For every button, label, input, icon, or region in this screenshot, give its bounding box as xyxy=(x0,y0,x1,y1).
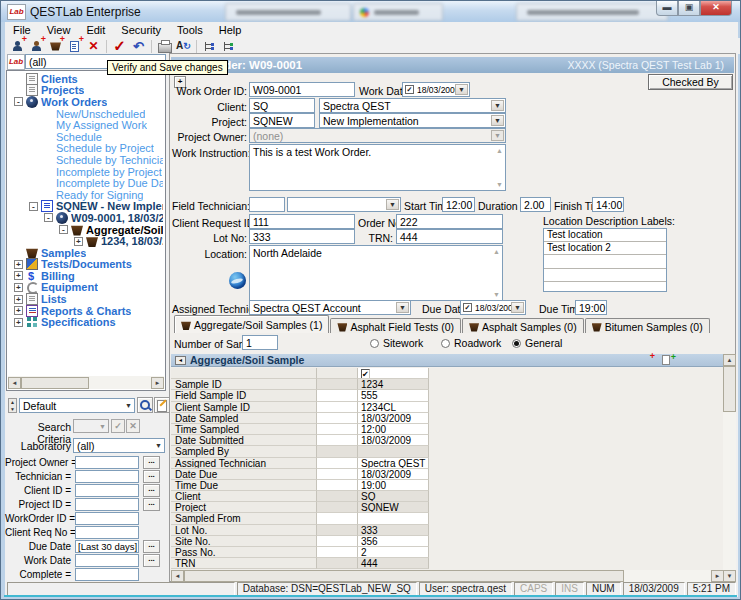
tree-item[interactable]: + Specifications xyxy=(8,316,163,328)
grid-row-value[interactable]: 2 xyxy=(358,547,429,558)
client-code-input[interactable]: SQ xyxy=(249,98,315,113)
grid-row-value[interactable]: Spectra QEST xyxy=(358,458,429,469)
scroll-left-icon[interactable]: ◄ xyxy=(8,377,21,389)
grid-row-value[interactable]: 333 xyxy=(358,525,429,536)
laboratory-dropdown[interactable]: (all) ▼ xyxy=(73,438,165,453)
grid-row-value[interactable]: 1234CL xyxy=(358,402,429,413)
tree-expander[interactable]: - xyxy=(14,97,23,106)
grid-row-mid-cell[interactable] xyxy=(317,536,358,547)
grid-row-value[interactable] xyxy=(358,446,429,457)
delete-button[interactable]: ✕ xyxy=(84,38,103,54)
chevron-down-icon[interactable]: ▼ xyxy=(155,442,162,449)
verify-save-button[interactable]: ✓ xyxy=(110,38,129,54)
grid-row-value[interactable]: SQNEW xyxy=(358,502,429,513)
tree-expander[interactable]: + xyxy=(14,318,23,327)
chevron-down-icon[interactable]: ▼ xyxy=(511,302,524,313)
run-search-button[interactable] xyxy=(137,397,153,413)
tree-view-button[interactable] xyxy=(200,38,219,54)
grid-row-value[interactable]: 18/03/2009 xyxy=(358,435,429,446)
grid-row-value[interactable]: 19:00 xyxy=(358,480,429,491)
tree-expander[interactable]: - xyxy=(44,213,53,222)
scroll-up-icon[interactable]: ▲ xyxy=(496,147,503,154)
scroll-down-icon[interactable]: ▼ xyxy=(723,570,736,582)
add-document-button[interactable]: + xyxy=(661,355,676,366)
tree-item[interactable]: + Lists xyxy=(8,293,163,305)
search-field-input[interactable] xyxy=(75,568,139,581)
browse-button[interactable]: ... xyxy=(143,554,160,567)
map-globe-icon[interactable] xyxy=(229,272,246,289)
search-criteria-dropdown[interactable]: ▼ xyxy=(73,419,109,433)
search-field-input[interactable] xyxy=(75,456,139,469)
due-time-input[interactable]: 19:00 xyxy=(575,300,607,315)
menu-item[interactable]: Help xyxy=(211,23,250,37)
grid-row-value[interactable]: 18/03/2009 xyxy=(358,413,429,424)
order-no-input[interactable]: 222 xyxy=(396,214,503,229)
grid-row-mid-cell[interactable] xyxy=(317,402,358,413)
grid-row-value[interactable]: 12:00 xyxy=(358,424,429,435)
grid-row-mid-cell[interactable] xyxy=(317,413,358,424)
radio-option[interactable]: Sitework xyxy=(370,337,441,349)
tree-item[interactable]: - SQNEW - New Implementation ( xyxy=(8,201,163,213)
column-select-cell[interactable]: ✔ xyxy=(358,368,429,379)
grid-row-value[interactable]: 18/03/2009 xyxy=(358,469,429,480)
new-project-button[interactable]: + xyxy=(27,38,46,54)
start-time-input[interactable]: 12:00 xyxy=(442,197,475,212)
search-field-input[interactable]: [Last 30 days] xyxy=(75,540,139,553)
new-client-button[interactable]: + xyxy=(8,38,27,54)
location-description-item[interactable] xyxy=(544,269,666,282)
tree-item[interactable]: + Equipment xyxy=(8,282,163,294)
menu-item[interactable]: Security xyxy=(113,23,169,37)
work-date-picker[interactable]: ✓ 18/03/2009 ▼ xyxy=(402,82,470,97)
tree-expander[interactable]: + xyxy=(14,271,23,280)
browse-button[interactable]: ... xyxy=(143,484,160,497)
tree-expander[interactable]: + xyxy=(74,237,83,246)
sample-tab[interactable]: Aggregate/Soil Samples (1) xyxy=(174,315,329,333)
selected-checkbox-icon[interactable]: ✔ xyxy=(361,369,370,379)
scrollbar-thumb[interactable] xyxy=(723,366,736,412)
browse-button[interactable]: ... xyxy=(143,470,160,483)
browse-button[interactable]: ... xyxy=(143,456,160,469)
location-description-item[interactable]: Test location 2 xyxy=(544,242,666,255)
maximize-button[interactable]: ▣ xyxy=(678,1,700,16)
duration-input[interactable]: 2.00 xyxy=(520,197,551,212)
chevron-down-icon[interactable]: ▼ xyxy=(125,402,132,409)
tree-item[interactable]: - Aggregate/Soil Samples xyxy=(8,224,163,236)
tree-expander[interactable]: + xyxy=(14,306,23,315)
search-field-input[interactable] xyxy=(75,484,139,497)
grid-row-mid-cell[interactable] xyxy=(317,558,358,569)
sample-tab[interactable]: Bitumen Samples (0) xyxy=(585,318,710,333)
search-field-input[interactable] xyxy=(75,526,139,539)
chevron-down-icon[interactable]: ▼ xyxy=(386,199,399,210)
scrollbar-thumb[interactable] xyxy=(21,377,89,389)
tree-expander[interactable]: + xyxy=(14,295,23,304)
scrollbar-thumb[interactable] xyxy=(184,570,624,582)
grid-row-mid-cell[interactable] xyxy=(317,424,358,435)
scroll-down-icon[interactable]: ▼ xyxy=(493,291,500,298)
add-sample-button[interactable]: + xyxy=(640,355,655,366)
tree-horizontal-scrollbar[interactable]: ◄ ► xyxy=(8,376,164,389)
finish-time-input[interactable]: 14:00 xyxy=(592,197,624,212)
project-name-dropdown[interactable]: New Implementation ▼ xyxy=(319,113,506,128)
tree-expander[interactable]: + xyxy=(14,283,23,292)
project-code-input[interactable]: SQNEW xyxy=(249,113,315,128)
chevron-down-icon[interactable]: ▼ xyxy=(396,302,409,313)
tree-item[interactable]: New/Unscheduled xyxy=(8,108,163,120)
due-date-picker[interactable]: ✓ 18/03/2009 ▼ xyxy=(460,300,526,315)
search-profile-dropdown[interactable]: Default ▼ xyxy=(19,398,135,413)
scroll-right-icon[interactable]: ► xyxy=(151,377,164,389)
profile-spinner[interactable]: ▲▼ xyxy=(8,398,17,413)
close-button[interactable]: ✕ xyxy=(700,1,732,16)
due-date-checkbox[interactable]: ✓ xyxy=(463,303,472,312)
chevron-down-icon[interactable]: ▼ xyxy=(491,100,504,111)
grid-row-mid-cell[interactable] xyxy=(317,458,358,469)
grid-row-mid-cell[interactable] xyxy=(317,547,358,558)
search-field-input[interactable] xyxy=(75,554,139,567)
grid-row-mid-cell[interactable] xyxy=(317,446,358,457)
location-description-item[interactable] xyxy=(544,282,666,294)
grid-row-value[interactable]: 555 xyxy=(358,390,429,401)
browse-button[interactable]: ... xyxy=(143,498,160,511)
tree-item[interactable]: + 1234, 18/03/2009, , xyxy=(8,235,163,247)
tree-expander[interactable]: + xyxy=(14,260,23,269)
grid-row-mid-cell[interactable] xyxy=(317,480,358,491)
tree-item[interactable]: + Reports & Charts xyxy=(8,305,163,317)
